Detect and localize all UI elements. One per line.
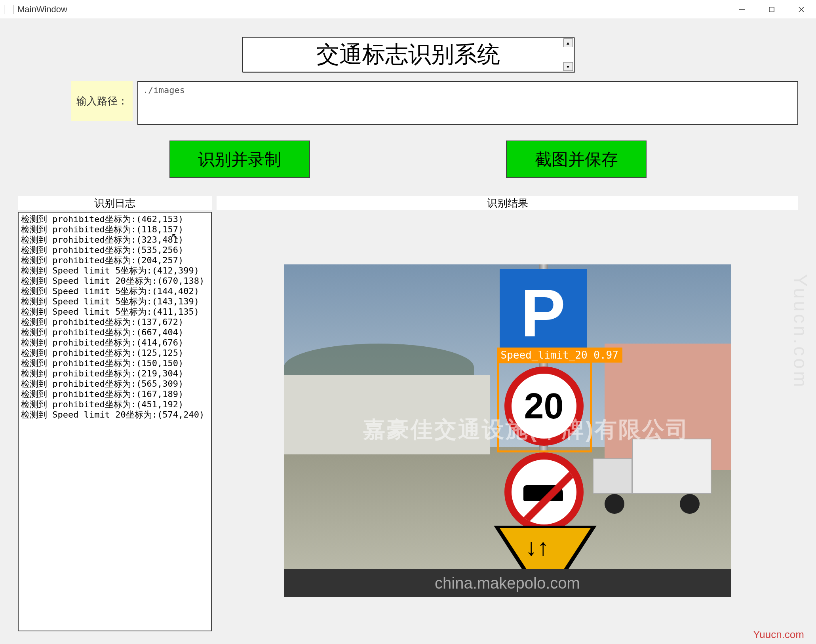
app-icon: [4, 5, 13, 14]
log-line: 检测到 Speed limit 5坐标为:(144,402): [21, 286, 209, 296]
minimize-button[interactable]: [727, 0, 757, 19]
parking-sign: P: [500, 269, 587, 356]
log-line: 检测到 prohibited坐标为:(565,309): [21, 379, 209, 389]
cursor-icon: ↖: [171, 231, 179, 242]
maximize-icon: [768, 6, 775, 13]
recognize-record-button[interactable]: 识别并录制: [169, 141, 310, 178]
detection-label: Speed_limit_20 0.97: [497, 348, 622, 363]
scroll-down-icon[interactable]: ▾: [563, 62, 573, 71]
window-title: MainWindow: [17, 4, 67, 15]
log-line: 检测到 Speed limit 20坐标为:(670,138): [21, 276, 209, 286]
log-line: 检测到 prohibited坐标为:(204,257): [21, 255, 209, 266]
result-column: 识别结果 P Speed_limit_20 0.97 20: [217, 196, 798, 631]
window-controls: [727, 0, 816, 19]
log-column: 识别日志 检测到 prohibited坐标为:(462,153)检测到 proh…: [18, 196, 212, 631]
log-line: 检测到 prohibited坐标为:(535,256): [21, 245, 209, 255]
app-banner: 交通标志识别系统 ▴ ▾: [242, 37, 574, 72]
log-line: 检测到 prohibited坐标为:(118,157): [21, 224, 209, 235]
log-line: 检测到 prohibited坐标为:(150,150): [21, 358, 209, 369]
two-way-traffic-icon: ↓↑: [525, 534, 549, 561]
close-icon: [798, 6, 805, 13]
no-car-sign: [504, 452, 584, 532]
minimize-icon: [738, 6, 746, 13]
banner-title: 交通标志识别系统: [316, 39, 500, 70]
log-line: 检测到 prohibited坐标为:(414,676): [21, 338, 209, 348]
log-list[interactable]: 检测到 prohibited坐标为:(462,153)检测到 prohibite…: [18, 212, 212, 631]
lower-panels: 识别日志 检测到 prohibited坐标为:(462,153)检测到 proh…: [0, 196, 816, 631]
log-line: 检测到 prohibited坐标为:(125,125): [21, 348, 209, 358]
result-header: 识别结果: [217, 196, 798, 210]
page-footer-watermark: Yuucn.com: [753, 629, 804, 641]
result-area: P Speed_limit_20 0.97 20 ↓↑: [217, 230, 798, 631]
path-label: 输入路径：: [71, 81, 133, 121]
log-line: 检测到 prohibited坐标为:(219,304): [21, 369, 209, 379]
image-watermark-bottom: china.makepolo.com: [284, 569, 731, 597]
log-line: 检测到 prohibited坐标为:(137,672): [21, 317, 209, 327]
content-area: 交通标志识别系统 ▴ ▾ 输入路径： 识别并录制 截图并保存 识别日志 检测到 …: [0, 19, 816, 644]
result-image: P Speed_limit_20 0.97 20 ↓↑: [284, 264, 731, 597]
truck-cab: [593, 458, 632, 494]
button-row: 识别并录制 截图并保存: [0, 141, 816, 178]
image-truck: [593, 439, 711, 518]
log-line: 检测到 prohibited坐标为:(167,189): [21, 389, 209, 399]
log-line: 检测到 Speed limit 5坐标为:(143,139): [21, 296, 209, 307]
log-line: 检测到 Speed limit 20坐标为:(574,240): [21, 410, 209, 420]
log-line: 检测到 Speed limit 5坐标为:(411,135): [21, 307, 209, 317]
truck-wheel: [680, 494, 700, 514]
banner-scroll[interactable]: ▴ ▾: [563, 38, 573, 71]
titlebar: MainWindow: [0, 0, 816, 19]
log-line: 检测到 prohibited坐标为:(323,481): [21, 235, 209, 245]
log-line: 检测到 prohibited坐标为:(462,153): [21, 214, 209, 224]
svg-rect-1: [769, 7, 774, 12]
scroll-up-icon[interactable]: ▴: [563, 38, 573, 47]
close-button[interactable]: [786, 0, 816, 19]
path-input[interactable]: [137, 81, 798, 125]
maximize-button[interactable]: [757, 0, 786, 19]
truck-box: [632, 439, 711, 494]
truck-wheel: [605, 494, 624, 514]
page-side-watermark: Yuucn.com: [789, 274, 811, 389]
log-line: 检测到 prohibited坐标为:(667,404): [21, 327, 209, 338]
screenshot-save-button[interactable]: 截图并保存: [506, 141, 647, 178]
log-line: 检测到 prohibited坐标为:(451,192): [21, 399, 209, 410]
log-header: 识别日志: [18, 196, 212, 210]
image-watermark-center: 嘉豪佳交通设施(车牌)有限公司: [363, 415, 690, 445]
log-line: 检测到 Speed limit 5坐标为:(412,399): [21, 266, 209, 276]
titlebar-left: MainWindow: [0, 4, 67, 15]
main-window: MainWindow 交通标志识别系统 ▴ ▾ 输入路径：: [0, 0, 816, 644]
path-row: 输入路径：: [0, 81, 816, 125]
